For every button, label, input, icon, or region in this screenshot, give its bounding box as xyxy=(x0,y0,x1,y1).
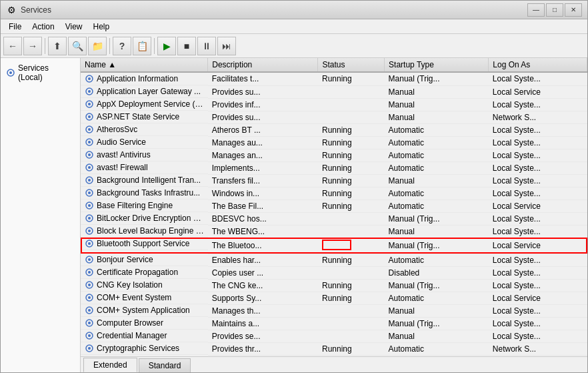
table-row[interactable]: CNG Key IsolationThe CNG ke...RunningMan… xyxy=(81,279,587,292)
service-desc-cell: Provides inf... xyxy=(208,98,318,111)
service-startup-cell: Manual (Trig... xyxy=(385,317,489,330)
service-name-cell: Certificate Propagation xyxy=(81,266,208,279)
table-row[interactable]: Audio ServiceManages au...RunningAutomat… xyxy=(81,136,587,149)
table-row[interactable]: Cryptographic ServicesProvides thr...Run… xyxy=(81,342,587,355)
svg-point-45 xyxy=(88,347,91,350)
service-desc-cell: Supports Sy... xyxy=(208,292,318,304)
table-row[interactable]: Base Filtering EngineThe Base Fil...Runn… xyxy=(81,200,587,212)
service-logon-cell: Local Syste... xyxy=(489,123,587,136)
service-status-cell xyxy=(318,266,385,279)
service-logon-cell: Local Syste... xyxy=(489,187,587,200)
service-name-text: avast! Antivirus xyxy=(97,150,151,159)
menu-file[interactable]: File xyxy=(3,21,27,33)
service-logon-cell: Network S... xyxy=(489,342,587,355)
table-row[interactable]: BitLocker Drive Encryption …BDESVC hos..… xyxy=(81,212,587,225)
menu-view[interactable]: View xyxy=(60,21,88,33)
service-name-text: BitLocker Drive Encryption … xyxy=(97,214,201,223)
service-status-cell xyxy=(318,98,385,111)
service-startup-cell: Automatic xyxy=(385,292,489,304)
table-row[interactable]: Bluetooth Support ServiceThe Bluetoo...M… xyxy=(81,238,587,254)
service-logon-cell: Local Syste... xyxy=(489,161,587,174)
col-description[interactable]: Description xyxy=(208,58,318,72)
service-status-cell xyxy=(318,225,385,238)
service-name-text: Bluetooth Support Service xyxy=(97,239,189,248)
minimize-button[interactable]: — xyxy=(527,3,545,17)
table-row[interactable]: avast! FirewallImplements...RunningAutom… xyxy=(81,161,587,174)
service-name-cell: Background Intelligent Tran... xyxy=(81,174,208,187)
service-logon-cell: Local Syste... xyxy=(489,330,587,342)
table-row[interactable]: COM+ System ApplicationManages th...Manu… xyxy=(81,304,587,317)
col-status[interactable]: Status xyxy=(318,58,385,72)
service-name-text: avast! Firewall xyxy=(97,163,148,172)
service-startup-cell: Automatic xyxy=(385,123,489,136)
col-startup[interactable]: Startup Type xyxy=(385,58,489,72)
svg-point-33 xyxy=(88,271,91,274)
svg-point-11 xyxy=(88,128,91,131)
tab-bar: Extended Standard xyxy=(81,356,587,372)
service-logon-cell: Local Service xyxy=(489,292,587,304)
window-title: Services xyxy=(21,5,51,15)
service-desc-cell: Facilitates t... xyxy=(208,72,318,85)
services-local-item[interactable]: Services (Local) xyxy=(3,61,77,85)
service-name-cell: Bluetooth Support Service xyxy=(81,238,208,250)
service-desc-cell: Manages th... xyxy=(208,304,318,317)
service-desc-cell: Windows in... xyxy=(208,187,318,200)
table-row[interactable]: Application Layer Gateway ...Provides su… xyxy=(81,85,587,98)
table-row[interactable]: Background Intelligent Tran...Transfers … xyxy=(81,174,587,187)
pause-button[interactable]: ⏸ xyxy=(197,37,216,55)
tab-standard[interactable]: Standard xyxy=(139,358,191,372)
svg-point-37 xyxy=(88,296,91,299)
resume-button[interactable]: ⏭ xyxy=(217,37,236,55)
svg-point-15 xyxy=(88,153,91,156)
service-row-icon xyxy=(85,112,94,121)
table-row[interactable]: AtherosSvcAtheros BT ...RunningAutomatic… xyxy=(81,123,587,136)
service-desc-cell: Provides su... xyxy=(208,111,318,123)
services-table[interactable]: Name ▲ Description Status Startup Type xyxy=(81,58,587,356)
app-icon: ⚙ xyxy=(6,5,17,15)
service-logon-cell: Local Syste... xyxy=(489,72,587,85)
table-row[interactable]: Block Level Backup Engine …The WBENG...M… xyxy=(81,225,587,238)
service-name-text: ASP.NET State Service xyxy=(97,112,179,121)
table-row[interactable]: Application InformationFacilitates t...R… xyxy=(81,72,587,85)
service-row-icon xyxy=(85,280,94,290)
col-name[interactable]: Name ▲ xyxy=(81,58,208,72)
svg-point-31 xyxy=(88,258,91,261)
table-row[interactable]: Computer BrowserMaintains a...Manual (Tr… xyxy=(81,317,587,330)
service-status-cell xyxy=(318,85,385,98)
table-row[interactable]: COM+ Event SystemSupports Sy...RunningAu… xyxy=(81,292,587,304)
table-row[interactable]: Background Tasks Infrastru...Windows in.… xyxy=(81,187,587,200)
service-name-text: Audio Service xyxy=(97,137,146,147)
table-row[interactable]: Bonjour ServiceEnables har...RunningAuto… xyxy=(81,254,587,266)
back-button[interactable]: ← xyxy=(3,37,22,55)
col-logon[interactable]: Log On As xyxy=(489,58,587,72)
up-button[interactable]: ⬆ xyxy=(48,37,67,55)
table-row[interactable]: Credential ManagerProvides se...ManualLo… xyxy=(81,330,587,342)
menu-help[interactable]: Help xyxy=(88,21,115,33)
table-row[interactable]: Certificate PropagationCopies user ...Di… xyxy=(81,266,587,279)
folder-button[interactable]: 📁 xyxy=(88,37,107,55)
properties-button[interactable]: 📋 xyxy=(133,37,151,55)
close-button[interactable]: ✕ xyxy=(565,3,582,17)
service-status-cell: Running xyxy=(318,187,385,200)
svg-point-17 xyxy=(88,166,91,169)
table-row[interactable]: AppX Deployment Service (…Provides inf..… xyxy=(81,98,587,111)
tab-extended[interactable]: Extended xyxy=(83,358,137,372)
table-row[interactable]: ASP.NET State ServiceProvides su...Manua… xyxy=(81,111,587,123)
help-button[interactable]: ? xyxy=(113,37,131,55)
forward-button[interactable]: → xyxy=(23,37,42,55)
service-startup-cell: Manual (Trig... xyxy=(385,72,489,85)
service-name-text: Computer Browser xyxy=(97,318,163,328)
service-row-icon xyxy=(85,74,94,83)
run-button[interactable]: ▶ xyxy=(157,37,176,55)
stop-button[interactable]: ■ xyxy=(177,37,196,55)
search-button[interactable]: 🔍 xyxy=(68,37,87,55)
service-startup-cell: Disabled xyxy=(385,266,489,279)
svg-point-35 xyxy=(88,284,91,286)
table-row[interactable]: avast! AntivirusManages an...RunningAuto… xyxy=(81,149,587,161)
service-startup-cell: Automatic xyxy=(385,254,489,266)
service-logon-cell: Local Syste... xyxy=(489,98,587,111)
service-startup-cell: Automatic xyxy=(385,149,489,161)
maximize-button[interactable]: □ xyxy=(546,3,563,17)
menu-bar: File Action View Help xyxy=(1,19,587,34)
menu-action[interactable]: Action xyxy=(27,21,59,33)
